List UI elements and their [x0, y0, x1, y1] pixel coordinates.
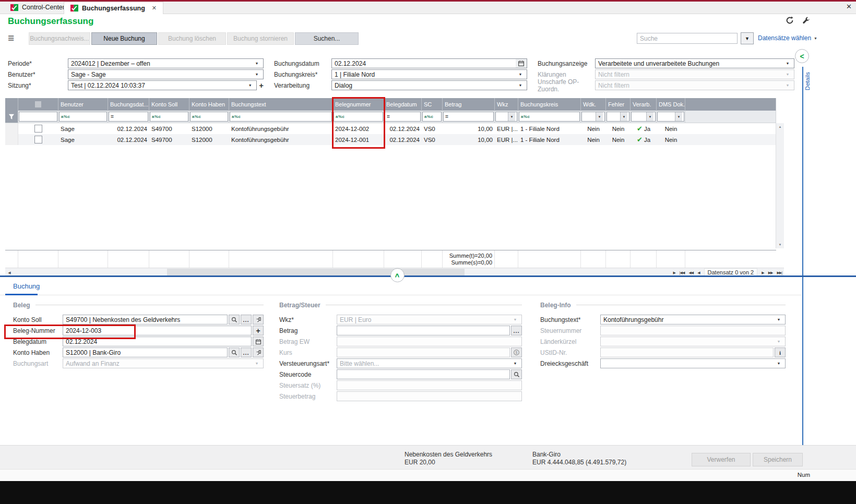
search-filter-dropdown-button[interactable]: ▼ — [741, 32, 754, 44]
pager-go-icon[interactable]: ▶ — [673, 271, 675, 275]
versteuerungsart-field[interactable]: Bitte wählen... ▼ — [337, 358, 522, 368]
row-select-cell[interactable] — [18, 134, 58, 145]
tab-control-center[interactable]: Control-Center — [4, 2, 71, 13]
refresh-icon[interactable] — [786, 16, 794, 25]
konto-soll-pin-button[interactable] — [253, 315, 264, 325]
beleg-nummer-add-button[interactable]: + — [253, 326, 264, 335]
buchungskreis-select[interactable]: 1 | Filiale Nord ▼ — [331, 69, 527, 79]
filter-belegdatum[interactable]: = — [384, 111, 422, 123]
filter-benutzer[interactable]: a%c — [58, 111, 108, 123]
window-close-icon[interactable]: ✕ — [846, 3, 852, 10]
dropdown-icon[interactable]: ▼ — [508, 112, 515, 121]
pager-prev-icon[interactable]: ◀ — [697, 271, 699, 275]
filter-buchungsdatum[interactable]: = — [108, 111, 149, 123]
col-verarb[interactable]: Verarb. — [631, 98, 657, 111]
filter-wkz[interactable]: ▼ — [495, 111, 518, 123]
tab-buchung[interactable]: Buchung — [13, 282, 40, 290]
steuercode-search-button[interactable] — [511, 369, 522, 379]
row-checkbox[interactable] — [34, 136, 42, 143]
col-buchungsdatum[interactable]: Buchungsdat... — [108, 98, 149, 111]
filter-wdk[interactable]: ▼ — [581, 111, 606, 123]
col-fehler[interactable]: Fehler — [606, 98, 631, 111]
col-sc[interactable]: SC — [422, 98, 443, 111]
konto-soll-more-button[interactable]: ... — [241, 315, 252, 325]
pager-fast-prev-icon[interactable]: ◀◀ — [688, 271, 693, 275]
buchungstext-field[interactable]: Kontoführungsgebühr ▼ — [600, 315, 786, 325]
suchen-button[interactable]: Suchen... — [295, 32, 359, 45]
col-wkz[interactable]: Wkz — [495, 98, 518, 111]
konto-haben-search-button[interactable] — [229, 347, 240, 357]
tab-close-icon[interactable]: ✕ — [152, 5, 157, 11]
dropdown-icon[interactable]: ▼ — [620, 112, 627, 121]
steuercode-field[interactable] — [337, 369, 510, 379]
dropdown-icon[interactable]: ▼ — [512, 362, 519, 365]
neue-buchung-button[interactable]: Neue Buchung — [91, 32, 157, 45]
dropdown-icon[interactable]: ▼ — [675, 112, 682, 121]
kurs-currency-button[interactable]: $ — [511, 347, 522, 357]
select-all-checkbox[interactable] — [35, 101, 41, 107]
konto-haben-field[interactable]: S12000 | Bank-Giro — [63, 347, 228, 357]
dreiecksgeschaeft-field[interactable]: ▼ — [600, 358, 786, 368]
dropdown-icon[interactable]: ▼ — [253, 62, 260, 65]
filter-konto-soll[interactable]: a%c — [149, 111, 189, 123]
beleg-nummer-field[interactable]: 2024-12-003 — [63, 326, 252, 335]
row-select-cell[interactable] — [18, 123, 58, 134]
dropdown-icon[interactable]: ▼ — [517, 83, 524, 87]
dropdown-icon[interactable]: ▼ — [517, 73, 524, 76]
filter-belegnummer[interactable]: a%c — [333, 111, 384, 123]
filter-verarb[interactable]: ▼ — [631, 111, 657, 123]
filter-sc[interactable]: a%c — [422, 111, 443, 123]
booking-row[interactable]: Sage 02.12.2024 S49700 S12000 Kontoführu… — [5, 134, 776, 145]
konto-soll-search-button[interactable] — [229, 315, 240, 325]
dropdown-icon[interactable]: ▼ — [775, 362, 782, 365]
konto-soll-field[interactable]: S49700 | Nebenkosten des Geldverkehrs — [63, 315, 228, 325]
verwerfen-button[interactable]: Verwerfen — [692, 453, 751, 466]
verarbeitung-select[interactable]: Dialog ▼ — [331, 80, 527, 90]
buchung-loeschen-button[interactable]: Buchung löschen — [158, 32, 226, 45]
filter-select[interactable] — [18, 111, 58, 123]
konto-haben-pin-button[interactable] — [253, 347, 264, 357]
datensaetze-waehlen-link[interactable]: Datensätze wählen ▼ — [758, 34, 817, 42]
col-belegnummer[interactable]: Belegnummer — [333, 98, 384, 111]
dropdown-icon[interactable]: ▼ — [596, 112, 603, 121]
buchungsdatum-input[interactable]: 02.12.2024 — [331, 58, 516, 68]
wrench-icon[interactable] — [802, 17, 810, 25]
konto-haben-more-button[interactable]: ... — [241, 347, 252, 357]
filter-konto-haben[interactable]: a%c — [189, 111, 229, 123]
col-buchungstext[interactable]: Buchungstext — [229, 98, 333, 111]
buchungsnachweis-button[interactable]: Buchungsnachweis... — [29, 32, 90, 45]
pager-first-icon[interactable]: |◀◀ — [680, 271, 685, 275]
filter-dms[interactable]: ▼ — [657, 111, 685, 123]
pager-next-icon[interactable]: ▶ — [762, 271, 764, 275]
details-panel-label[interactable]: Details — [804, 72, 811, 90]
belegdatum-field[interactable]: 02.12.2024 — [63, 337, 252, 346]
benutzer-select[interactable]: Sage - Sage ▼ — [68, 69, 264, 79]
scroll-down-icon[interactable]: ▼ — [776, 241, 784, 248]
belegdatum-calendar-button[interactable] — [253, 337, 264, 346]
col-wdk[interactable]: Wdk. — [581, 98, 606, 111]
filter-cell[interactable] — [5, 111, 18, 123]
pager-last-icon[interactable]: ▶▶| — [777, 271, 782, 275]
col-benutzer[interactable]: Benutzer — [58, 98, 108, 111]
vertical-scrollbar[interactable]: ▲ ▼ — [776, 123, 784, 248]
dropdown-icon[interactable]: ▼ — [253, 73, 260, 76]
calendar-button[interactable] — [516, 58, 527, 68]
filter-betrag[interactable]: = — [443, 111, 495, 123]
col-konto-haben[interactable]: Konto Haben — [189, 98, 229, 111]
sitzung-select[interactable]: Test | 02.12.2024 10:03:37 ▼ — [68, 80, 257, 90]
speichern-button[interactable]: Speichern — [753, 453, 803, 466]
col-buchungskreis[interactable]: Buchungskreis — [518, 98, 581, 111]
betrag-field[interactable] — [337, 326, 510, 335]
filter-buchungstext[interactable]: a%c — [229, 111, 333, 123]
dropdown-icon[interactable]: ▼ — [646, 112, 653, 121]
ustid-info-button[interactable]: i — [775, 347, 786, 357]
periode-select[interactable]: 2024012 | Dezember – offen ▼ — [68, 58, 264, 68]
row-checkbox[interactable] — [34, 125, 42, 133]
buchungsanzeige-select[interactable]: Verarbeitete und unverarbeitete Buchunge… — [595, 58, 794, 68]
dropdown-icon[interactable]: ▼ — [775, 318, 782, 321]
tab-buchungserfassung[interactable]: Buchungserfassung ✕ — [64, 2, 163, 14]
dropdown-icon[interactable]: ▼ — [246, 83, 254, 87]
col-konto-soll[interactable]: Konto Soll — [149, 98, 189, 111]
dropdown-icon[interactable]: ▼ — [784, 62, 791, 65]
filter-buchungskreis[interactable]: a%c — [518, 111, 581, 123]
